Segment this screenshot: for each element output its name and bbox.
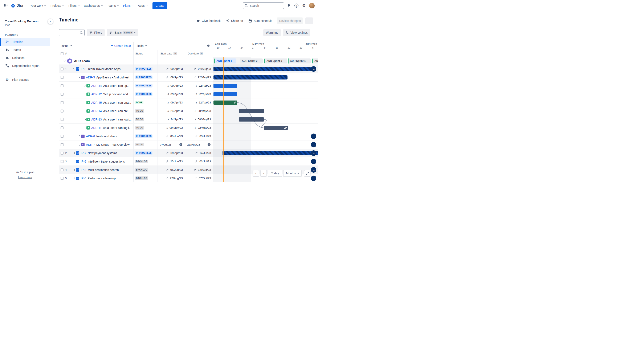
issue-key-link[interactable]: ADR-5 <box>86 76 95 79</box>
gantt-bar-ADR-44[interactable] <box>214 84 237 88</box>
row-checkbox[interactable] <box>60 177 64 180</box>
scroll-to-bar-button[interactable]: → <box>311 134 316 139</box>
row-checkbox[interactable] <box>60 118 64 121</box>
issue-key-link[interactable]: ADR-44 <box>91 84 102 88</box>
row-checkbox[interactable] <box>60 93 64 96</box>
nav-item-plans[interactable]: Plans <box>121 0 136 11</box>
scroll-to-bar-button[interactable]: → <box>311 176 316 181</box>
issue-key-link[interactable]: ADR-13 <box>91 118 102 121</box>
expand-chevron[interactable] <box>73 152 75 154</box>
issue-key-link[interactable]: ADR-14 <box>91 109 102 113</box>
collapse-columns-icon[interactable] <box>207 44 210 48</box>
gantt-bar-ADR-45[interactable] <box>214 100 237 105</box>
gantt-bar-ADR-11[interactable] <box>264 126 288 130</box>
issue-row-IP-5[interactable]: 3LEIP-5Intelligent travel suggestionsBAC… <box>59 157 318 166</box>
view-settings-button[interactable]: View settings <box>283 29 310 36</box>
dependency-link-icon[interactable] <box>234 101 236 104</box>
sprint-chip[interactable]: ADR Sprint 2 <box>240 58 263 64</box>
today-button[interactable]: Today <box>268 170 282 177</box>
issue-row-ADR-44[interactable]: ADR-44As a user I can up...IN PROGRESSS0… <box>59 82 318 90</box>
scroll-to-bar-button[interactable]: → <box>311 150 316 156</box>
search-input[interactable] <box>243 2 284 9</box>
gantt-bar-ADR-12[interactable] <box>214 92 237 96</box>
row-checkbox[interactable] <box>60 101 64 104</box>
gantt-bar-IP-7[interactable] <box>222 151 318 155</box>
scroll-right-button[interactable]: › <box>260 170 267 176</box>
row-checkbox[interactable] <box>60 160 64 163</box>
sprint-chip[interactable]: ADR Sprint 1 <box>214 58 236 64</box>
nav-item-filters[interactable]: Filters <box>66 0 82 11</box>
select-all-checkbox[interactable] <box>60 52 64 55</box>
settings-gear-icon[interactable]: ⚙ <box>302 4 306 8</box>
create-issue-button[interactable]: + Create issue <box>111 44 131 48</box>
row-checkbox[interactable] <box>60 126 64 129</box>
row-checkbox[interactable] <box>60 76 64 79</box>
issue-key-link[interactable]: IP-7 <box>81 152 86 155</box>
row-checkbox[interactable] <box>60 84 64 87</box>
view-switcher-button[interactable]: Basic EDITED <box>107 29 138 36</box>
row-checkbox[interactable] <box>60 68 64 70</box>
expand-chevron[interactable] <box>73 68 75 70</box>
scroll-to-bar-button[interactable]: → <box>311 159 316 164</box>
scroll-to-bar-button[interactable]: → <box>311 142 316 148</box>
sidebar-collapse-button[interactable]: ‹ <box>48 18 53 24</box>
review-changes-button[interactable]: Review changes <box>277 18 303 24</box>
give-feedback-button[interactable]: Give feedback <box>194 18 223 24</box>
issue-row-ADR-7[interactable]: ADR-7My Group Trips OverviewTO DO07/Jul/… <box>59 140 318 149</box>
issue-key-link[interactable]: ADR-45 <box>91 101 102 104</box>
issue-key-link[interactable]: ADR-7 <box>86 143 95 146</box>
expand-chevron[interactable] <box>78 135 80 137</box>
gantt-bar-ADR-13[interactable] <box>239 117 264 122</box>
sidebar-item-teams[interactable]: Teams <box>0 46 50 54</box>
row-checkbox[interactable] <box>60 135 64 138</box>
issue-key-link[interactable]: IP-5 <box>81 160 86 163</box>
expand-chevron[interactable] <box>73 169 75 170</box>
sidebar-item-plan-settings[interactable]: ⚙ Plan settings <box>0 76 50 84</box>
sprint-chip[interactable]: ADR Sprint 3 <box>264 58 287 64</box>
auto-schedule-button[interactable]: Auto-schedule <box>246 18 275 24</box>
create-button[interactable]: Create <box>152 2 167 9</box>
nav-item-dashboards[interactable]: Dashboards <box>82 0 105 11</box>
scroll-to-bar-button[interactable]: → <box>311 167 316 173</box>
expand-chevron[interactable] <box>73 160 75 162</box>
issue-key-link[interactable]: ADR-12 <box>91 92 102 96</box>
filters-button[interactable]: Filters <box>87 29 105 36</box>
nav-item-teams[interactable]: Teams <box>105 0 121 11</box>
sprint-chip[interactable]: ADR Sprint 4 <box>288 58 311 64</box>
issue-key-link[interactable]: ADR-6 <box>86 134 95 138</box>
help-icon[interactable]: ? <box>294 4 298 8</box>
gantt-bar-ADR-5[interactable] <box>214 75 288 80</box>
jira-logo[interactable]: Jira <box>11 3 23 8</box>
issue-row-ADR-12[interactable]: ADR-12Setup dev and and ...IN PROGRESSS0… <box>59 90 318 98</box>
dependency-link-icon[interactable] <box>284 126 287 130</box>
expand-chevron[interactable] <box>64 60 66 62</box>
issue-key-link[interactable]: IP-3 <box>81 168 86 172</box>
issue-row-ADR-6[interactable]: ADR-6Invite and shareIN PROGRESS06/Jun/2… <box>59 132 318 140</box>
fullscreen-button[interactable] <box>304 170 310 176</box>
issue-header-dropdown[interactable]: Issue <box>62 44 72 48</box>
nav-item-projects[interactable]: Projects <box>48 0 66 11</box>
issue-key-link[interactable]: ADR-11 <box>91 126 102 130</box>
learn-more-link[interactable]: Learn more <box>18 176 32 179</box>
issue-row-ADR-45[interactable]: ADR-45As a user I can ena...DONES09/Apr/… <box>59 98 318 107</box>
gantt-bar-ADR-14[interactable] <box>239 109 264 113</box>
scroll-left-button[interactable]: ‹ <box>253 170 259 176</box>
issue-row-ADR-13[interactable]: ADR-13As a user I can log i...TO DOS24/A… <box>59 115 318 124</box>
expand-chevron[interactable] <box>73 177 75 179</box>
row-checkbox[interactable] <box>60 110 64 112</box>
row-checkbox[interactable] <box>60 152 64 154</box>
notifications-icon[interactable] <box>288 4 291 7</box>
nav-item-your-work[interactable]: Your work <box>28 0 48 11</box>
user-avatar[interactable] <box>309 3 315 8</box>
issue-key-link[interactable]: IP-8 <box>81 67 86 71</box>
sidebar-item-timeline[interactable]: Timeline <box>0 38 50 46</box>
expand-chevron[interactable] <box>84 118 86 120</box>
nav-item-apps[interactable]: Apps <box>136 0 150 11</box>
warnings-button[interactable]: Warnings <box>263 29 281 36</box>
row-checkbox[interactable] <box>60 143 64 146</box>
gantt-bar-IP-8[interactable] <box>214 67 313 71</box>
row-checkbox[interactable] <box>60 168 64 172</box>
expand-chevron[interactable] <box>78 144 80 145</box>
sidebar-item-dependencies-report[interactable]: Dependencies report <box>0 62 50 70</box>
zoom-select[interactable]: Months <box>283 170 302 177</box>
